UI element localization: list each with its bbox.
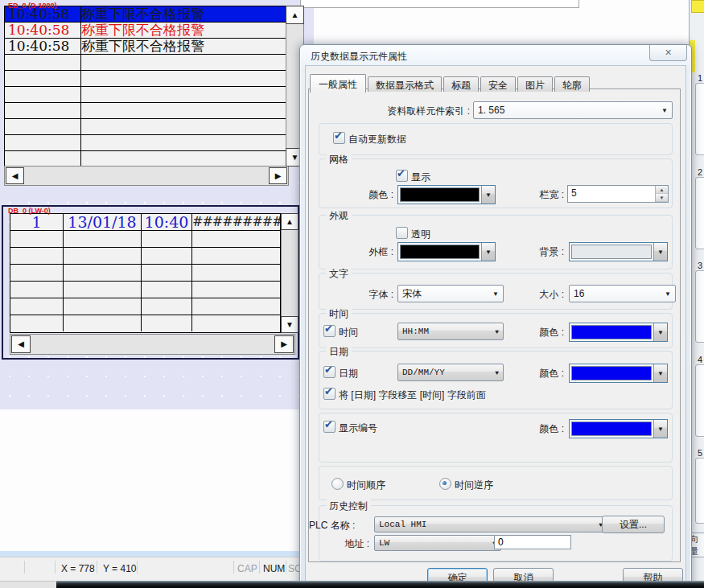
auto-update-label: 自动更新数据 [348,133,406,146]
table-row [10,248,280,265]
alarm-hscrollbar[interactable] [4,166,289,186]
chevron-down-icon: ▼ [653,243,667,261]
transparent-label: 透明 [411,228,430,241]
library-item-thumb[interactable] [695,270,704,343]
address-type-select[interactable]: LW▼ [374,535,501,551]
time-label: 时间 [339,326,358,339]
alarm-message-cell: 称重下限不合格报警 [81,6,286,22]
scroll-up-button[interactable]: ▲ [281,213,298,230]
color-swatch [571,245,652,259]
spin-down-icon[interactable]: ▼ [656,194,668,202]
transparent-checkbox[interactable]: ✔ [396,227,408,239]
date-color-label: 颜色 : [525,367,564,380]
date-format-select[interactable]: DD/MM/YY▼ [397,364,504,381]
alarm-row [5,151,286,167]
library-item-thumb[interactable] [695,83,704,155]
font-label: 字体 : [350,288,393,302]
chevron-down-icon: ▼ [653,364,667,382]
check-icon: ✔ [324,364,333,376]
row-number-cell: 1 [10,214,64,230]
background-color-select[interactable]: ▼ [569,242,668,261]
table-vscrollbar[interactable] [281,213,298,333]
check-icon: ✔ [324,418,333,430]
color-swatch [571,325,652,339]
alarm-display-element[interactable]: 10:40:58 称重下限不合格报警 10:40:58 称重下限不合格报警 10… [4,6,287,168]
value-cell: ########## [192,214,280,230]
chevron-down-icon: ▼ [495,328,499,335]
settings-button[interactable]: 设置... [602,516,665,533]
scroll-up-button[interactable]: ▲ [286,6,304,24]
number-color-select[interactable]: ▼ [569,419,668,438]
time-ascending-radio[interactable] [331,478,344,490]
chevron-down-icon: ▼ [481,186,495,204]
tab-title[interactable]: 标题 [443,76,479,92]
alarm-row [5,71,286,87]
auto-update-checkbox[interactable]: ✔ [333,132,345,144]
library-item-thumb[interactable] [695,177,704,249]
library-item-number: 5 [698,448,702,458]
check-icon: ✔ [397,167,406,179]
tab-profile[interactable]: 轮廓 [554,76,590,92]
sampling-index-label: 资料取样元件索引 : [364,105,470,118]
scroll-right-button[interactable]: ▶ [274,335,294,353]
time-descending-radio[interactable] [439,478,451,490]
time-color-label: 颜色 : [525,326,564,339]
taskbar-edge [0,581,56,588]
table-hscrollbar[interactable] [10,334,295,355]
time-format-select[interactable]: HH:MM▼ [397,323,504,340]
date-color-select[interactable]: ▼ [569,364,668,383]
frame-color-select[interactable]: ▼ [397,242,496,261]
alarm-row [5,103,286,119]
chevron-down-icon: ▼ [665,290,671,298]
time-cell: 10:40 [142,214,192,230]
check-icon: ✔ [324,323,333,335]
date-before-time-checkbox[interactable]: ✔ [323,388,336,400]
canvas-hscroll-strip[interactable] [0,551,299,557]
alarm-message-cell: 称重下限不合格报警 [81,23,286,38]
spin-up-icon[interactable]: ▲ [656,186,668,194]
alarm-message-cell: 称重下限不合格报警 [81,39,286,54]
taskbar-strip[interactable] [56,581,704,588]
date-label: 日期 [339,367,358,380]
time-descending-label: 时间逆序 [455,479,493,492]
show-number-checkbox[interactable]: ✔ [323,421,336,433]
font-select[interactable]: 宋体▼ [397,285,504,302]
scroll-down-button[interactable]: ▼ [281,316,298,333]
grid-color-label: 颜色 : [350,188,393,202]
grid-width-stepper[interactable]: 5 ▲▼ [567,185,669,203]
font-size-label: 大小 : [525,288,564,302]
history-table-element[interactable]: 1 13/01/18 10:40 ########## [10,213,281,333]
table-row [10,298,280,315]
table-row [10,231,280,248]
alarm-time-cell: 10:40:58 [5,23,81,38]
time-color-select[interactable]: ▼ [569,323,668,342]
cursor-x-readout: X = 778 [61,563,95,574]
background-color-label: 背景 : [525,245,564,259]
alarm-row [5,87,286,103]
alarm-element-label: ED_0 (D-1000) [8,2,57,10]
font-size-select[interactable]: 16▼ [569,285,676,302]
scroll-left-button[interactable]: ◀ [6,167,24,184]
grid-color-select[interactable]: ▼ [397,185,496,204]
date-cell: 13/01/18 [64,214,142,230]
tab-general[interactable]: 一般属性 [310,74,366,93]
address-value-input[interactable] [494,535,571,549]
color-swatch [571,366,652,380]
library-item-thumb[interactable] [695,458,704,524]
grid-show-checkbox[interactable]: ✔ [396,170,408,182]
chevron-down-icon: ▼ [653,420,667,438]
date-checkbox[interactable]: ✔ [323,366,336,378]
grid-show-label: 显示 [411,171,430,184]
close-icon[interactable]: ✕ [649,45,687,61]
time-checkbox[interactable]: ✔ [323,325,336,337]
tab-data-format[interactable]: 数据显示格式 [368,76,442,92]
scroll-left-button[interactable]: ◀ [11,335,31,353]
time-ascending-label: 时间顺序 [347,479,385,492]
tab-security[interactable]: 安全 [480,76,516,92]
tab-picture[interactable]: 图片 [517,76,553,92]
library-item-thumb[interactable] [695,364,704,437]
chevron-down-icon: ▼ [495,369,499,376]
scroll-right-button[interactable]: ▶ [269,167,287,184]
plc-name-select[interactable]: Local HMI▼ [374,516,607,532]
sampling-index-select[interactable]: 1. 565▼ [473,101,673,119]
